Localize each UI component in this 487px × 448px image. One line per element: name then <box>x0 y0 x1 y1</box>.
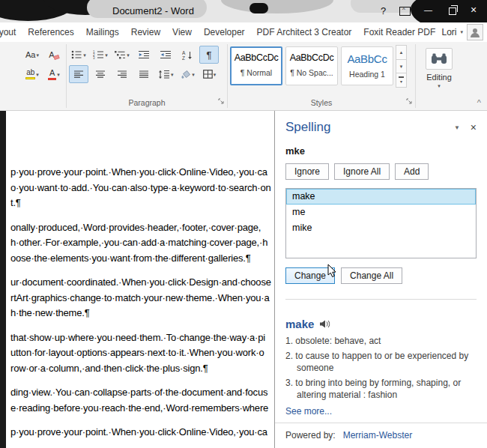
close-icon[interactable]: × <box>471 121 477 133</box>
font-color-button[interactable]: A ▾ <box>44 65 64 83</box>
style-name: ¶ Normal <box>232 68 281 77</box>
definition-entry: 2. to cause to happen to or be experienc… <box>285 350 477 374</box>
text-highlight-color-button[interactable]: ab ▾ <box>22 65 42 83</box>
ribbon-tab[interactable]: View <box>166 27 198 37</box>
increase-indent-button[interactable] <box>156 46 175 64</box>
ribbon-tab[interactable]: Review <box>125 27 166 37</box>
see-more-link[interactable]: See more... <box>285 406 477 417</box>
style-option[interactable]: AaBbCcDc ¶ Normal <box>230 46 282 85</box>
numbering-button[interactable]: 123 ▾ <box>91 46 110 64</box>
bullet-list-icon <box>71 50 82 59</box>
align-center-button[interactable] <box>91 65 110 83</box>
editing-group-button[interactable]: Editing <box>426 73 452 82</box>
document-paragraph[interactable]: ur·document·coordinated.·When·you·click·… <box>10 275 274 321</box>
svg-text:A: A <box>182 50 186 55</box>
styles-scroll-down-button[interactable]: ▼ <box>396 59 407 74</box>
justify-icon <box>139 70 148 78</box>
styles-more-button[interactable]: ▾ <box>396 73 407 88</box>
styles-dialog-launcher[interactable] <box>406 94 413 108</box>
document-paragraph[interactable]: ding·view.·You·can·collapse·parts·of·the… <box>10 385 274 416</box>
font-color-icon: A <box>48 69 56 80</box>
suggestions-list[interactable]: makememike <box>285 188 477 258</box>
align-right-button[interactable] <box>112 65 132 83</box>
speaker-icon[interactable] <box>320 320 330 328</box>
style-preview: AaBbCc <box>342 53 393 64</box>
paragraph-group: ▾ 123 ▾ ▾ <box>67 42 227 110</box>
paragraph-group-label: Paragraph <box>69 98 225 110</box>
suggestion-item[interactable]: make <box>286 189 476 205</box>
decrease-indent-button[interactable] <box>134 46 154 64</box>
document-paragraph[interactable]: p·you·prove·your·point.·When·you·click·O… <box>10 165 274 211</box>
ribbon-tab[interactable]: References <box>22 27 79 37</box>
document-paragraph[interactable]: onally·produced,·Word·provides·header,·f… <box>10 220 274 267</box>
chevron-down-icon: ▾ <box>400 79 402 84</box>
styles-group: AaBbCcDc ¶ Normal AaBbCcDc ¶ No Spac... … <box>228 42 415 110</box>
pane-title: Spelling <box>285 120 331 135</box>
style-option[interactable]: AaBbCcDc ¶ No Spac... <box>285 46 338 85</box>
clear-formatting-button[interactable]: A <box>44 46 64 64</box>
multilevel-list-icon <box>115 50 126 59</box>
pilcrow-icon: ¶ <box>207 50 212 60</box>
editing-group: Editing ▾ <box>416 42 462 110</box>
ribbon-tab[interactable]: ayout <box>0 27 22 37</box>
document-canvas[interactable]: p·you·prove·your·point.·When·you·click·O… <box>6 111 274 448</box>
paragraph-dialog-launcher[interactable] <box>218 94 225 108</box>
pane-header: Spelling ▼ × <box>285 120 477 135</box>
ribbon-display-options-icon[interactable] <box>399 7 411 16</box>
avatar[interactable] <box>467 24 483 40</box>
style-name: ¶ No Spac... <box>286 68 337 77</box>
definitions: 1. obsolete: behave, act2. to cause to h… <box>285 335 477 401</box>
document-paragraph[interactable]: p·you·prove·your·point.·When·you·click·O… <box>10 425 274 441</box>
suggestion-item[interactable]: mike <box>286 220 476 236</box>
multilevel-list-button[interactable]: ▾ <box>112 46 132 64</box>
pane-menu-icon[interactable]: ▼ <box>454 124 460 131</box>
styles-scroll-strip: ▲ ▼ ▾ <box>396 45 407 87</box>
ribbon-tab-bar: ayoutReferencesMailingsReviewViewDevelop… <box>0 22 487 42</box>
restore-button[interactable] <box>449 7 456 15</box>
spelling-pane: Spelling ▼ × mke Ignore Ignore All Add m… <box>274 111 487 448</box>
add-button[interactable]: Add <box>395 163 429 180</box>
help-button[interactable]: ? <box>381 5 386 16</box>
sort-button[interactable]: AZ <box>178 46 197 64</box>
find-button[interactable] <box>426 48 453 70</box>
collapse-ribbon-button[interactable]: ^ <box>477 98 481 107</box>
close-button[interactable]: × <box>471 4 477 16</box>
document-paragraph[interactable]: that·show·up·where·you·need·them.·To·cha… <box>10 330 274 377</box>
word-window: Document2 - Word ? — × ayoutReferencesMa… <box>0 0 487 448</box>
suggestion-item[interactable]: me <box>286 205 476 220</box>
svg-text:3: 3 <box>93 56 95 59</box>
align-left-button[interactable] <box>69 65 88 83</box>
justify-button[interactable] <box>134 65 154 83</box>
chevron-down-icon: ▾ <box>36 72 39 77</box>
ribbon-tab[interactable]: PDF Architect 3 Creator <box>251 27 358 37</box>
account-control[interactable]: Lori ▾ <box>441 24 487 40</box>
show-formatting-marks-button[interactable]: ¶ <box>199 46 219 64</box>
sort-icon: AZ <box>182 50 193 60</box>
ignore-button[interactable]: Ignore <box>285 163 329 180</box>
chevron-down-icon: ▾ <box>36 52 39 58</box>
chevron-down-icon: ▾ <box>438 83 441 89</box>
line-spacing-button[interactable]: ▾ <box>156 65 176 83</box>
styles-scroll-up-button[interactable]: ▲ <box>396 45 407 60</box>
ribbon: Aa ▾ A ab ▾ <box>0 42 487 111</box>
ribbon-tab[interactable]: Foxit Reader PDF <box>357 27 441 37</box>
ignore-button-row: Ignore Ignore All Add <box>285 163 477 180</box>
style-preview: AaBbCcDc <box>232 53 281 63</box>
borders-button[interactable]: ▾ <box>200 65 220 83</box>
styles-group-label: Styles <box>230 98 413 110</box>
change-case-button[interactable]: Aa ▾ <box>22 46 42 64</box>
ribbon-tab[interactable]: Mailings <box>80 27 125 37</box>
cloud-decoration <box>221 0 333 13</box>
misspelled-word: mke <box>285 145 477 157</box>
change-all-button[interactable]: Change All <box>341 267 402 284</box>
ribbon-tab[interactable]: Developer <box>198 27 251 37</box>
chevron-down-icon: ▾ <box>105 52 108 58</box>
shading-button[interactable]: ▾ <box>178 65 198 83</box>
style-option[interactable]: AaBbCc Heading 1 <box>341 46 393 85</box>
ignore-all-button[interactable]: Ignore All <box>334 163 390 180</box>
window-edge <box>0 111 6 448</box>
provider-link[interactable]: Merriam-Webster <box>343 430 412 441</box>
bullets-button[interactable]: ▾ <box>69 46 88 64</box>
minimize-button[interactable]: — <box>424 5 432 14</box>
highlighter-icon: ab <box>25 69 35 79</box>
